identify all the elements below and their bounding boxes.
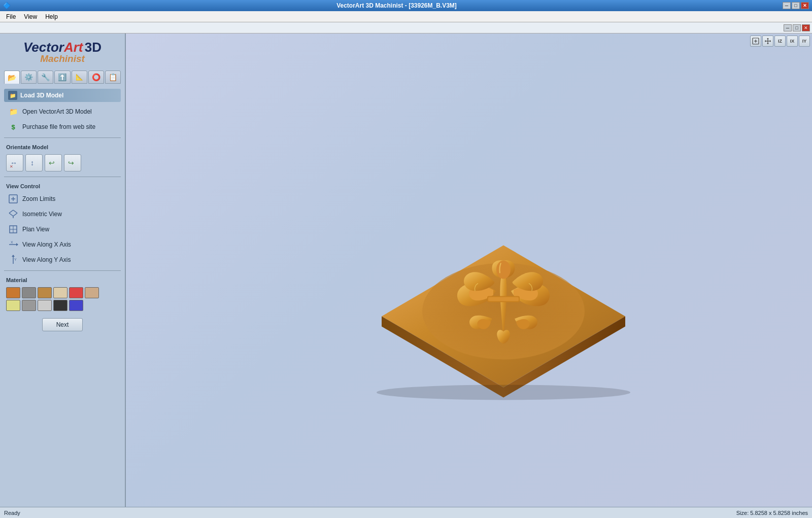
inner-minimize-button[interactable]: ─ bbox=[784, 24, 792, 31]
title-bar-title: VectorArt 3D Machinist - [33926M_B.V3M] bbox=[11, 2, 783, 9]
svg-line-9 bbox=[9, 210, 13, 213]
orientate-model-label: Orientate Model bbox=[6, 144, 121, 150]
step-5-icon: 📐 bbox=[76, 74, 83, 81]
logo-area: VectorArt 3D Machinist bbox=[4, 38, 121, 68]
vp-btn-ix[interactable]: IX bbox=[787, 36, 798, 47]
swatch-1[interactable] bbox=[6, 287, 20, 298]
material-label: Material bbox=[6, 277, 121, 283]
app-icon: 🔷 bbox=[3, 2, 11, 9]
viewport-toolbar: IZ IX IY bbox=[750, 36, 810, 47]
plan-view-item[interactable]: Plan View bbox=[4, 223, 121, 236]
plan-view-icon bbox=[8, 224, 18, 234]
open-model-icon: 📁 bbox=[8, 107, 18, 117]
vp-btn-zoom[interactable] bbox=[750, 36, 761, 47]
swatch-5[interactable] bbox=[69, 287, 83, 298]
step-tab-3[interactable]: 🔧 bbox=[38, 71, 53, 84]
view-x-axis-icon: X bbox=[8, 239, 18, 250]
svg-text:↕: ↕ bbox=[30, 159, 34, 167]
swatch-6[interactable] bbox=[85, 287, 99, 298]
title-bar-controls: ─ □ ✕ bbox=[783, 2, 809, 9]
status-text: Ready bbox=[4, 510, 20, 516]
svg-rect-37 bbox=[488, 297, 519, 301]
view-control-label: View Control bbox=[6, 183, 121, 189]
model-container bbox=[311, 144, 696, 407]
open-model-label: Open VectorArt 3D Model bbox=[22, 108, 92, 115]
logo-art: Art bbox=[64, 40, 83, 55]
svg-point-35 bbox=[496, 260, 511, 279]
minimize-button[interactable]: ─ bbox=[783, 2, 791, 9]
svg-line-11 bbox=[13, 213, 17, 216]
purchase-file-icon: $ bbox=[8, 122, 18, 132]
logo-vector: Vector bbox=[23, 40, 64, 55]
view-y-axis-icon: Y bbox=[8, 255, 18, 265]
svg-marker-17 bbox=[16, 243, 18, 246]
restore-button[interactable]: □ bbox=[792, 2, 800, 9]
orientate-btn-1[interactable]: ↔✕ bbox=[6, 154, 23, 171]
step-6-icon: ⭕ bbox=[92, 73, 100, 81]
menu-help[interactable]: Help bbox=[41, 12, 62, 21]
step-tab-2[interactable]: ⚙️ bbox=[21, 71, 37, 84]
menu-bar: File View Help bbox=[0, 11, 812, 22]
step-tab-7[interactable]: 📋 bbox=[105, 71, 121, 84]
load-section-title: Load 3D Model bbox=[20, 92, 63, 99]
step-4-icon: ⬆️ bbox=[58, 73, 66, 81]
isometric-view-item[interactable]: Isometric View bbox=[4, 208, 121, 221]
status-bar: Ready Size: 5.8258 x 5.8258 inches bbox=[0, 507, 812, 518]
swatch-2[interactable] bbox=[22, 287, 36, 298]
step-tab-1[interactable]: 📂 bbox=[4, 71, 20, 84]
vp-btn-iy[interactable]: IY bbox=[799, 36, 810, 47]
view-y-axis-item[interactable]: Y View Along Y Axis bbox=[4, 253, 121, 266]
step-tab-4[interactable]: ⬆️ bbox=[54, 71, 70, 84]
menu-file[interactable]: File bbox=[2, 12, 20, 21]
inner-restore-button[interactable]: □ bbox=[793, 24, 801, 31]
step-tab-5[interactable]: 📐 bbox=[72, 71, 87, 84]
zoom-limits-item[interactable]: Zoom Limits bbox=[4, 192, 121, 205]
svg-marker-28 bbox=[767, 43, 769, 44]
divider-2 bbox=[4, 177, 121, 177]
zoom-limits-label: Zoom Limits bbox=[22, 195, 55, 202]
title-bar: 🔷 VectorArt 3D Machinist - [33926M_B.V3M… bbox=[0, 0, 812, 11]
vp-btn-pan[interactable] bbox=[762, 36, 773, 47]
next-button[interactable]: Next bbox=[42, 318, 83, 331]
vp-btn-iz[interactable]: IZ bbox=[774, 36, 786, 47]
close-button[interactable]: ✕ bbox=[801, 2, 809, 9]
load-section-icon: 📁 bbox=[8, 91, 17, 100]
svg-marker-30 bbox=[770, 40, 771, 42]
orientate-btn-2[interactable]: ↕ bbox=[25, 154, 43, 171]
svg-line-10 bbox=[9, 213, 13, 216]
swatch-9[interactable] bbox=[38, 300, 52, 311]
svg-marker-27 bbox=[767, 38, 769, 39]
swatch-4[interactable] bbox=[53, 287, 67, 298]
orientate-icon-row: ↔✕ ↕ ↩ ↪ bbox=[4, 153, 121, 172]
orientate-btn-3[interactable]: ↩ bbox=[45, 154, 62, 171]
step-tabs: 📂 ⚙️ 🔧 ⬆️ 📐 ⭕ 📋 bbox=[4, 71, 121, 84]
step-3-icon: 🔧 bbox=[41, 73, 50, 81]
svg-text:X: X bbox=[11, 240, 13, 244]
swatch-10[interactable] bbox=[53, 300, 67, 311]
swatch-8[interactable] bbox=[22, 300, 36, 311]
svg-text:✕: ✕ bbox=[10, 164, 13, 168]
purchase-file-item[interactable]: $ Purchase file from web site bbox=[4, 120, 121, 133]
inner-close-button[interactable]: ✕ bbox=[802, 24, 810, 31]
svg-marker-20 bbox=[12, 255, 15, 257]
isometric-view-icon bbox=[8, 209, 18, 219]
orientate-btn-4[interactable]: ↪ bbox=[64, 154, 81, 171]
swatch-7[interactable] bbox=[6, 300, 20, 311]
view-y-axis-label: View Along Y Axis bbox=[22, 256, 71, 263]
swatch-3[interactable] bbox=[38, 287, 52, 298]
step-tab-6[interactable]: ⭕ bbox=[88, 71, 104, 84]
logo-3d: 3D bbox=[85, 40, 101, 55]
purchase-file-label: Purchase file from web site bbox=[22, 123, 95, 130]
step-7-icon: 📋 bbox=[109, 73, 117, 81]
open-model-item[interactable]: 📁 Open VectorArt 3D Model bbox=[4, 105, 121, 118]
view-x-axis-item[interactable]: X View Along X Axis bbox=[4, 238, 121, 251]
swatch-11[interactable] bbox=[69, 300, 83, 311]
left-panel: VectorArt 3D Machinist 📂 ⚙️ 🔧 ⬆️ 📐 ⭕ bbox=[0, 33, 126, 507]
isometric-view-label: Isometric View bbox=[22, 211, 62, 218]
viewport[interactable]: IZ IX IY bbox=[126, 33, 812, 507]
svg-marker-29 bbox=[765, 40, 766, 42]
title-bar-left: 🔷 bbox=[3, 2, 11, 9]
menu-view[interactable]: View bbox=[20, 12, 41, 21]
material-grid bbox=[4, 286, 121, 312]
divider-1 bbox=[4, 137, 121, 138]
